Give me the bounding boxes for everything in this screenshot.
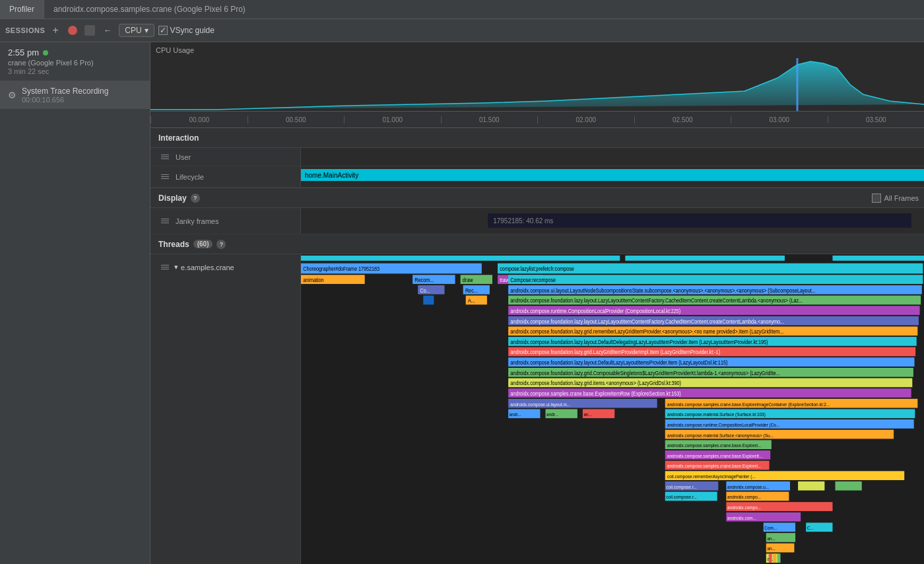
threads-header: Threads (60) ? [150,234,924,254]
all-frames-check[interactable]: All Frames [872,194,919,203]
app-tab[interactable]: androidx.compose.samples.crane (Google P… [44,0,255,18]
svg-text:androidx.compose.runtime.Compo: androidx.compose.runtime.CompositionLoca… [667,422,779,428]
tick-6: 03.000 [731,116,828,123]
svg-rect-95 [769,553,772,563]
profiler-tab[interactable]: Profiler [0,0,44,18]
janky-frames-label: Janky frames [176,217,218,225]
layout-button[interactable] [83,24,96,37]
svg-text:an...: an... [767,536,776,542]
live-indicator [43,50,48,55]
display-title: Display [158,194,187,203]
svg-text:Rec...: Rec... [465,287,478,294]
svg-text:A...: A... [468,298,475,304]
layout-icon [84,25,95,36]
back-button[interactable]: ← [100,23,115,38]
svg-rect-96 [773,553,776,563]
svg-text:an...: an... [767,546,776,552]
timeline-ruler: 00.000 00.500 01.000 01.500 02.000 02.50… [150,111,924,127]
session-device: crane (Google Pixel 6 Pro) [8,59,142,67]
cpu-usage-label: CPU Usage [156,46,194,54]
all-frames-label: All Frames [884,194,919,202]
flame-chart-svg: Choreographer#doFrame 17952183 compose:l… [301,254,924,564]
svg-text:draw: draw [463,277,473,283]
threads-section: Threads (60) ? ▾ e.samples.crane [150,234,924,564]
svg-text:androidx.compose.material.Surf: androidx.compose.material.Surface (Surfa… [667,412,766,418]
tick-0: 00.000 [150,116,248,123]
vsync-checkbox[interactable]: ✓ VSync guide [158,26,214,35]
threads-label: Threads (60) ? [150,240,234,249]
tick-2: 01.000 [344,116,441,123]
user-track-row: User [150,148,924,166]
thread-timeline[interactable]: Choreographer#doFrame 17952183 compose:l… [301,254,924,564]
display-header: Display ? All Frames [150,188,924,208]
svg-text:andr...: andr... [546,412,558,418]
svg-text:an...: an... [584,412,593,418]
recording-item[interactable]: ⚙ System Trace Recording 00:00:10.656 [0,81,150,109]
janky-row: Janky frames 17952185: 40.62 ms [150,208,924,234]
janky-label: Janky frames [150,208,301,234]
display-label: Display ? [150,194,301,203]
lifecycle-track-row: Lifecycle home.MainActivity [150,166,924,188]
svg-rect-97 [777,553,781,563]
svg-rect-22 [423,296,434,305]
svg-text:C...: C... [807,526,814,532]
menu-icon-th[interactable] [158,262,172,272]
svg-text:Com...: Com... [764,526,777,532]
recording-info: System Trace Recording 00:00:10.656 [22,87,108,104]
session-item: 2:55 pm crane (Google Pixel 6 Pro) 3 min… [0,42,150,81]
svg-text:coil.compose.r...: coil.compose.r... [666,484,697,490]
user-track-content [301,148,924,166]
interaction-header: Interaction [150,128,924,148]
stop-button[interactable] [66,24,79,37]
svg-text:Co...: Co... [420,287,430,294]
tick-3: 01.500 [441,116,538,123]
cpu-label: CPU [125,26,141,35]
threads-info-icon[interactable]: ? [216,240,226,249]
janky-text: 17952185: 40.62 ms [493,217,553,225]
thread-name-item: ▾ e.samples.crane [150,260,300,275]
svg-rect-23 [508,275,923,284]
svg-rect-3 [832,256,924,261]
profiler-label: Profiler [9,5,34,14]
add-session-button[interactable]: + [49,24,62,37]
main-area: 2:55 pm crane (Google Pixel 6 Pro) 3 min… [0,42,924,564]
thread-sidebar: ▾ e.samples.crane [150,254,301,564]
threads-count: (60) [193,240,213,248]
lifecycle-bar: home.MainActivity [301,169,924,181]
cpu-area: CPU Usage 00.000 00.500 01.000 [150,42,924,128]
svg-text:androidx.compose.material.Surf: androidx.compose.material.Surface.<anony… [667,433,774,439]
menu-icon-lc[interactable] [158,172,172,182]
svg-text:andr...: andr... [510,412,521,418]
chevron-down-icon: ▾ [145,26,148,35]
sessions-label: SESSIONS [5,26,45,34]
session-time: 2:55 pm [8,48,142,57]
user-label: User [176,153,191,161]
svg-text:androidx.compose.foundation.la: androidx.compose.foundation.lazy.grid.it… [510,380,681,387]
session-duration: 3 min 22 sec [8,67,142,75]
thread-name-text: e.samples.crane [181,264,234,271]
svg-rect-75 [798,481,824,491]
svg-text:androidx.compose.foundation.la: androidx.compose.foundation.lazy.layout.… [510,339,768,345]
svg-text:Recom...: Recom... [414,277,434,283]
cpu-selector[interactable]: CPU ▾ [119,24,154,37]
tick-1: 00.500 [248,116,345,123]
lifecycle-track-content: home.MainActivity [301,166,924,187]
svg-text:androidx.compose.samples.crane: androidx.compose.samples.crane.base.Expl… [667,443,761,449]
toolbar: SESSIONS + ← CPU ▾ ✓ VSync guide [0,19,924,42]
menu-icon-jf[interactable] [158,216,172,226]
svg-text:Compose:recompose: Compose:recompose [510,277,556,283]
display-info-icon[interactable]: ? [191,194,200,203]
menu-icon[interactable] [158,152,172,162]
lifecycle-bar-text: home.MainActivity [305,172,358,179]
svg-text:androidx.compose.u...: androidx.compose.u... [727,484,769,490]
user-track-label: User [150,148,301,166]
threads-title: Threads [158,240,189,249]
svg-text:androidx.compose.samples.crane: androidx.compose.samples.crane.base.Expl… [667,453,763,459]
tick-4: 02.000 [537,116,634,123]
content-area: CPU Usage 00.000 00.500 01.000 [150,42,924,564]
janky-bar: 17952185: 40.62 ms [488,213,911,228]
svg-text:androidx.compose.ui.layout.Lay: androidx.compose.ui.layout.LayoutNodeSub… [510,287,815,294]
svg-text:androidx.compose.foundation.la: androidx.compose.foundation.lazy.layout.… [510,318,784,325]
svg-text:animation: animation [303,277,323,283]
lifecycle-label: Lifecycle [176,173,204,181]
